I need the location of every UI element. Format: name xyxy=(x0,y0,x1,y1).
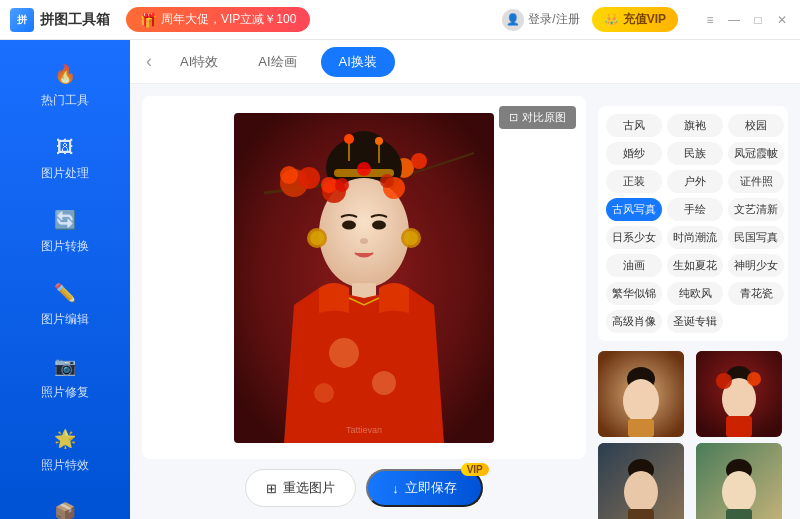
avatar-icon: 👤 xyxy=(502,9,524,31)
svg-point-13 xyxy=(375,137,383,145)
svg-point-21 xyxy=(404,231,418,245)
convert-icon: 🔄 xyxy=(51,206,79,234)
tabs-bar: ‹ AI特效 AI绘画 AI换装 xyxy=(130,40,800,84)
svg-rect-43 xyxy=(726,416,752,437)
edit-icon: ✏️ xyxy=(51,279,79,307)
save-button[interactable]: VIP ↓ 立即保存 xyxy=(366,469,483,507)
compare-button[interactable]: ⊡ 对比原图 xyxy=(499,106,576,129)
login-button[interactable]: 👤 登录/注册 xyxy=(502,9,579,31)
image-icon: 🖼 xyxy=(51,133,79,161)
sidebar-label-photo-effects: 照片特效 xyxy=(41,457,89,474)
svg-point-5 xyxy=(298,167,320,189)
reselect-button[interactable]: ⊞ 重选图片 xyxy=(245,469,356,507)
vip-button[interactable]: 👑 充值VIP xyxy=(592,7,678,32)
compare-label: 对比原图 xyxy=(522,110,566,125)
svg-point-46 xyxy=(624,471,658,513)
sidebar-item-photo-repair[interactable]: 📷 照片修复 xyxy=(8,342,122,411)
tab-ai-painting[interactable]: AI绘画 xyxy=(242,45,312,79)
menu-button[interactable]: ≡ xyxy=(702,12,718,28)
sidebar-label-image-convert: 图片转换 xyxy=(41,238,89,255)
style-hand-drawn[interactable]: 手绘 xyxy=(667,198,723,221)
style-phoenix[interactable]: 凤冠霞帔 xyxy=(728,142,784,165)
style-wedding[interactable]: 婚纱 xyxy=(606,142,662,165)
style-european[interactable]: 纯欧风 xyxy=(667,282,723,305)
style-campus[interactable]: 校园 xyxy=(728,114,784,137)
svg-point-41 xyxy=(716,373,732,389)
preview-thumb-4[interactable] xyxy=(696,443,782,519)
svg-rect-37 xyxy=(628,419,654,437)
preview-grid xyxy=(598,351,788,519)
fire-icon: 🔥 xyxy=(51,60,79,88)
svg-rect-47 xyxy=(628,509,654,519)
style-ancient[interactable]: 古风 xyxy=(606,114,662,137)
svg-point-26 xyxy=(372,371,396,395)
sidebar-item-photo-effects[interactable]: 🌟 照片特效 xyxy=(8,415,122,484)
tab-ai-swap[interactable]: AI换装 xyxy=(321,47,395,77)
action-buttons: ⊞ 重选图片 VIP ↓ 立即保存 xyxy=(142,469,586,507)
svg-point-7 xyxy=(411,153,427,169)
style-id-photo[interactable]: 证件照 xyxy=(728,170,784,193)
promo-banner[interactable]: 🎁 周年大促，VIP立减￥100 xyxy=(126,7,310,32)
style-republican[interactable]: 民国写真 xyxy=(728,226,784,249)
svg-point-32 xyxy=(380,174,394,188)
logo-icon: 拼 xyxy=(10,8,34,32)
svg-text:Tattievan: Tattievan xyxy=(346,425,382,435)
camera-icon: 📷 xyxy=(51,352,79,380)
svg-point-23 xyxy=(357,162,371,176)
close-button[interactable]: ✕ xyxy=(774,12,790,28)
sidebar-item-batch[interactable]: 📦 批量处理 xyxy=(8,488,122,519)
style-grid: 古风 旗袍 校园 婚纱 民族 凤冠霞帔 正装 户外 证件照 古风写真 手绘 文艺… xyxy=(598,106,788,341)
app-logo: 拼 拼图工具箱 xyxy=(10,8,110,32)
sidebar-label-image-edit: 图片编辑 xyxy=(41,311,89,328)
image-container: ⊡ 对比原图 xyxy=(142,96,586,459)
svg-point-36 xyxy=(623,379,659,423)
svg-point-15 xyxy=(342,220,356,229)
style-fashion[interactable]: 时尚潮流 xyxy=(667,226,723,249)
svg-point-30 xyxy=(335,178,349,192)
promo-text: 周年大促，VIP立减￥100 xyxy=(161,11,296,28)
reselect-label: 重选图片 xyxy=(283,479,335,497)
title-bar-right: 👤 登录/注册 👑 充值VIP ≡ — □ ✕ xyxy=(502,7,790,32)
sidebar-item-image-process[interactable]: 🖼 图片处理 xyxy=(8,123,122,192)
minimize-button[interactable]: — xyxy=(726,12,742,28)
compare-icon: ⊡ xyxy=(509,111,518,124)
style-high-end[interactable]: 高级肖像 xyxy=(606,310,662,333)
svg-point-25 xyxy=(329,338,359,368)
style-literary[interactable]: 文艺清新 xyxy=(728,198,784,221)
svg-point-11 xyxy=(344,134,354,144)
save-icon: ↓ xyxy=(392,481,399,496)
style-japanese[interactable]: 日系少女 xyxy=(606,226,662,249)
svg-point-19 xyxy=(310,231,324,245)
style-oil[interactable]: 油画 xyxy=(606,254,662,277)
back-button[interactable]: ‹ xyxy=(146,51,152,72)
preview-thumb-3[interactable] xyxy=(598,443,684,519)
svg-point-16 xyxy=(372,220,386,229)
svg-point-29 xyxy=(321,177,337,193)
sidebar: 🔥 热门工具 🖼 图片处理 🔄 图片转换 ✏️ 图片编辑 📷 照片修复 🌟 照片… xyxy=(0,40,130,519)
style-prosperous[interactable]: 繁华似锦 xyxy=(606,282,662,305)
style-summer[interactable]: 生如夏花 xyxy=(667,254,723,277)
sidebar-item-hot[interactable]: 🔥 热门工具 xyxy=(8,50,122,119)
sidebar-item-image-edit[interactable]: ✏️ 图片编辑 xyxy=(8,269,122,338)
style-christmas[interactable]: 圣诞专辑 xyxy=(667,310,723,333)
login-label: 登录/注册 xyxy=(528,11,579,28)
maximize-button[interactable]: □ xyxy=(750,12,766,28)
style-ancient-photo[interactable]: 古风写真 xyxy=(606,198,662,221)
style-ethnic[interactable]: 民族 xyxy=(667,142,723,165)
preview-thumb-2[interactable] xyxy=(696,351,782,437)
style-qipao[interactable]: 旗袍 xyxy=(667,114,723,137)
style-blue-white[interactable]: 青花瓷 xyxy=(728,282,784,305)
svg-point-17 xyxy=(360,238,368,244)
star-icon: 🌟 xyxy=(51,425,79,453)
svg-point-27 xyxy=(314,383,334,403)
main-layout: 🔥 热门工具 🖼 图片处理 🔄 图片转换 ✏️ 图片编辑 📷 照片修复 🌟 照片… xyxy=(0,40,800,519)
style-outdoor[interactable]: 户外 xyxy=(667,170,723,193)
style-formal[interactable]: 正装 xyxy=(606,170,662,193)
app-name: 拼图工具箱 xyxy=(40,11,110,29)
sidebar-label-hot: 热门工具 xyxy=(41,92,89,109)
gift-icon: 🎁 xyxy=(140,12,157,28)
style-goddess[interactable]: 神明少女 xyxy=(728,254,784,277)
tab-ai-effects[interactable]: AI特效 xyxy=(164,45,234,79)
preview-thumb-1[interactable] xyxy=(598,351,684,437)
sidebar-item-image-convert[interactable]: 🔄 图片转换 xyxy=(8,196,122,265)
